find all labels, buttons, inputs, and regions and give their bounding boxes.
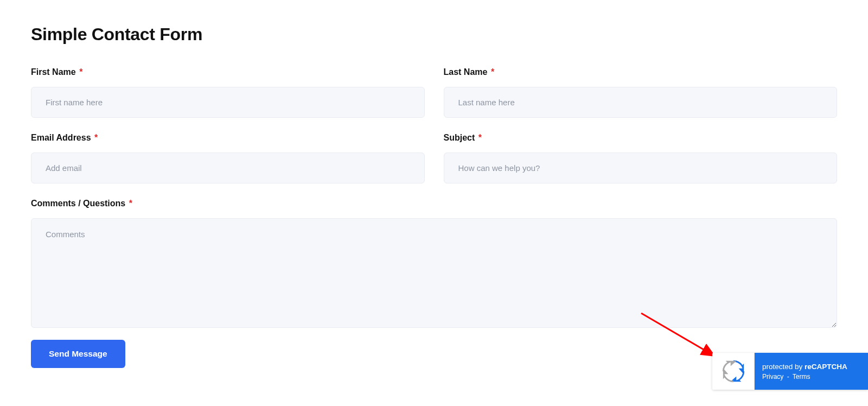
- form-col-first-name: First Name *: [31, 67, 425, 118]
- recaptcha-icon-box: [712, 353, 755, 390]
- form-row-email-subject: Email Address * Subject *: [31, 133, 837, 183]
- recaptcha-brand: reCAPTCHA: [805, 363, 847, 371]
- recaptcha-text-box: protected by reCAPTCHA Privacy - Terms: [755, 353, 868, 390]
- recaptcha-links: Privacy - Terms: [762, 373, 860, 380]
- subject-input[interactable]: [444, 153, 838, 183]
- first-name-input[interactable]: [31, 87, 425, 118]
- recaptcha-badge: protected by reCAPTCHA Privacy - Terms: [712, 353, 868, 390]
- recaptcha-separator: -: [787, 373, 789, 380]
- email-input[interactable]: [31, 153, 425, 183]
- recaptcha-protected-text: protected by reCAPTCHA: [762, 363, 860, 371]
- email-label-text: Email Address: [31, 133, 91, 142]
- form-col-comments: Comments / Questions *: [31, 199, 837, 330]
- required-marker: *: [478, 133, 482, 142]
- recaptcha-privacy-link[interactable]: Privacy: [762, 373, 783, 380]
- last-name-label-text: Last Name: [444, 67, 488, 77]
- required-marker: *: [129, 199, 132, 208]
- form-col-email: Email Address *: [31, 133, 425, 183]
- form-col-subject: Subject *: [444, 133, 838, 183]
- required-marker: *: [491, 67, 494, 77]
- send-message-button[interactable]: Send Message: [31, 340, 125, 368]
- first-name-label-text: First Name: [31, 67, 76, 77]
- first-name-label: First Name *: [31, 67, 425, 77]
- form-col-last-name: Last Name *: [444, 67, 838, 118]
- comments-label-text: Comments / Questions: [31, 199, 125, 208]
- comments-textarea[interactable]: [31, 218, 837, 328]
- last-name-label: Last Name *: [444, 67, 838, 77]
- recaptcha-terms-link[interactable]: Terms: [793, 373, 810, 380]
- subject-label: Subject *: [444, 133, 838, 143]
- email-label: Email Address *: [31, 133, 425, 143]
- recaptcha-icon: [721, 359, 746, 384]
- subject-label-text: Subject: [444, 133, 475, 142]
- last-name-input[interactable]: [444, 87, 838, 118]
- contact-form-container: Simple Contact Form First Name * Last Na…: [0, 0, 868, 390]
- required-marker: *: [79, 67, 82, 77]
- required-marker: *: [94, 133, 98, 142]
- comments-label: Comments / Questions *: [31, 199, 837, 208]
- recaptcha-protected-prefix: protected by: [762, 363, 805, 371]
- page-title: Simple Contact Form: [31, 24, 837, 45]
- form-row-name: First Name * Last Name *: [31, 67, 837, 118]
